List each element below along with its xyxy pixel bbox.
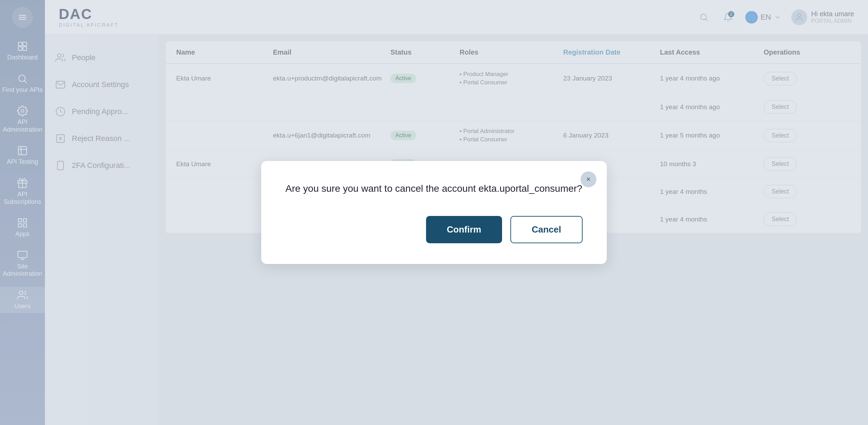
dialog-message: Are you sure you want to cancel the acco… bbox=[285, 182, 583, 195]
dialog-actions: Confirm Cancel bbox=[285, 216, 583, 243]
dialog-close-button[interactable]: × bbox=[581, 171, 596, 187]
confirm-button[interactable]: Confirm bbox=[426, 216, 502, 243]
confirmation-dialog: × Are you sure you want to cancel the ac… bbox=[261, 161, 607, 264]
modal-overlay: × Are you sure you want to cancel the ac… bbox=[0, 0, 868, 425]
cancel-button[interactable]: Cancel bbox=[510, 216, 583, 243]
